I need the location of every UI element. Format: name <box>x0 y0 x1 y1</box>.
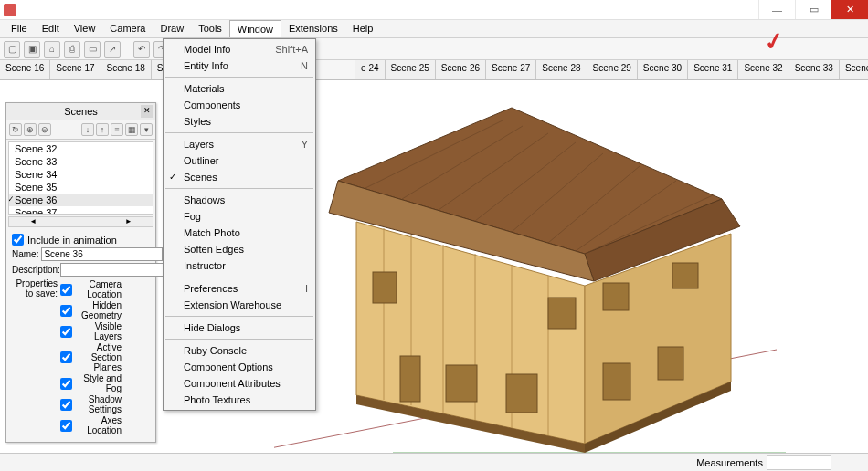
scene-tab[interactable]: Scene 34 <box>840 60 868 79</box>
tool-folder-icon[interactable]: ▭ <box>84 41 101 58</box>
menu-item-outliner[interactable]: Outliner <box>164 152 315 169</box>
tool-home-icon[interactable]: ⌂ <box>44 41 60 58</box>
scene-list-item[interactable]: Scene 33 <box>9 155 153 168</box>
measurements-label: Measurements <box>696 457 763 468</box>
scene-list-item[interactable]: Scene 32 <box>9 142 153 155</box>
maximize-button[interactable]: ▭ <box>795 0 831 19</box>
menu-item-entity-info[interactable]: Entity InfoN <box>164 58 315 74</box>
menu-item-scenes[interactable]: Scenes <box>164 169 315 185</box>
menu-help[interactable]: Help <box>345 20 381 37</box>
house-model[interactable] <box>274 71 786 464</box>
property-checkbox[interactable]: Visible Layers <box>60 321 150 341</box>
scene-tab[interactable]: Scene 18 <box>101 60 152 79</box>
menu-separator <box>165 316 313 317</box>
menu-separator <box>165 339 313 340</box>
property-checkbox[interactable]: Hidden Geometry <box>60 300 150 320</box>
close-button[interactable]: ✕ <box>831 0 868 19</box>
name-label: Name: <box>12 249 38 259</box>
menu-item-match-photo[interactable]: Match Photo <box>164 225 315 241</box>
menu-item-component-options[interactable]: Component Options <box>164 359 315 375</box>
svg-rect-27 <box>672 263 698 288</box>
add-scene-icon[interactable]: ⊕ <box>24 123 37 136</box>
tool-print-icon[interactable]: ⎙ <box>64 41 80 58</box>
svg-rect-22 <box>400 356 420 402</box>
menu-separator <box>165 188 313 189</box>
menu-edit[interactable]: Edit <box>35 20 67 37</box>
menu-item-materials[interactable]: Materials <box>164 80 315 97</box>
scene-list-item[interactable]: Scene 34 <box>9 168 153 181</box>
svg-rect-25 <box>548 298 576 329</box>
scene-list-scrollbar[interactable]: ◄► <box>8 216 153 227</box>
details-icon[interactable]: ▾ <box>140 123 153 136</box>
svg-rect-28 <box>603 363 630 400</box>
remove-scene-icon[interactable]: ⊖ <box>38 123 51 136</box>
scene-tab[interactable]: Scene 17 <box>50 60 101 79</box>
scene-list[interactable]: Scene 32Scene 33Scene 34Scene 35Scene 36… <box>8 141 153 215</box>
menu-item-model-info[interactable]: Model InfoShift+A <box>164 41 315 58</box>
menu-item-hide-dialogs[interactable]: Hide Dialogs <box>164 319 315 336</box>
move-down-icon[interactable]: ↑ <box>96 123 109 136</box>
svg-rect-23 <box>446 365 477 402</box>
menu-item-preferences[interactable]: PreferencesI <box>164 280 315 297</box>
menu-item-ruby-console[interactable]: Ruby Console <box>164 342 315 359</box>
menu-file[interactable]: File <box>4 20 35 37</box>
tool-export-icon[interactable]: ↗ <box>104 41 121 58</box>
minimize-button[interactable]: — <box>758 0 795 19</box>
property-checkbox[interactable]: Active Section Planes <box>60 342 150 372</box>
menu-window[interactable]: Window <box>229 20 281 37</box>
menu-item-components[interactable]: Components <box>164 97 315 113</box>
view-grid-icon[interactable]: ▦ <box>125 123 138 136</box>
menu-item-shadows[interactable]: Shadows <box>164 192 315 208</box>
menu-camera[interactable]: Camera <box>102 20 153 37</box>
menu-item-fog[interactable]: Fog <box>164 208 315 225</box>
panel-title-text: Scenes <box>64 106 98 117</box>
panel-toolbar: ↻ ⊕ ⊖ ↓ ↑ ≡ ▦ ▾ <box>6 120 155 140</box>
menu-separator <box>165 277 313 277</box>
toolbar: ▢ ▣ ⌂ ⎙ ▭ ↗ ↶ ↷ ◎ ◉ <box>0 38 868 60</box>
property-checkbox[interactable]: Camera Location <box>60 279 150 299</box>
tool-cube-icon[interactable]: ▣ <box>24 41 40 58</box>
menu-extensions[interactable]: Extensions <box>281 20 345 37</box>
panel-close-button[interactable]: ✕ <box>141 105 153 118</box>
menu-item-instructor[interactable]: Instructor <box>164 257 315 274</box>
panel-title: Scenes ✕ <box>6 103 155 120</box>
property-checkbox[interactable]: Style and Fog <box>60 373 150 393</box>
menu-item-styles[interactable]: Styles <box>164 113 315 130</box>
measurements-input[interactable] <box>767 455 831 470</box>
menu-item-layers[interactable]: LayersY <box>164 136 315 152</box>
property-checkbox[interactable]: Axes Location <box>60 415 150 435</box>
scenes-panel[interactable]: Scenes ✕ ↻ ⊕ ⊖ ↓ ↑ ≡ ▦ ▾ Scene 32Scene 3… <box>5 102 156 443</box>
titlebar: — ▭ ✕ <box>0 0 868 20</box>
svg-rect-21 <box>373 272 397 303</box>
scene-tab[interactable]: Scene 16 <box>0 60 50 79</box>
menu-item-component-attributes[interactable]: Component Attributes <box>164 375 315 392</box>
properties-label: Properties to save: <box>12 278 58 298</box>
window-menu-dropdown[interactable]: Model InfoShift+AEntity InfoNMaterialsCo… <box>163 38 316 411</box>
scene-list-item[interactable]: Scene 35 <box>9 181 153 194</box>
view-list-icon[interactable]: ≡ <box>111 123 123 136</box>
include-animation-checkbox[interactable]: Include in animation <box>12 234 150 246</box>
tool-new-icon[interactable]: ▢ <box>4 41 20 58</box>
svg-rect-26 <box>603 283 629 310</box>
menu-separator <box>165 132 313 133</box>
menubar: FileEditViewCameraDrawToolsWindowExtensi… <box>0 20 868 38</box>
scene-tab[interactable]: Scene 33 <box>789 60 840 79</box>
refresh-icon[interactable]: ↻ <box>9 123 22 136</box>
menu-item-extension-warehouse[interactable]: Extension Warehouse <box>164 297 315 313</box>
app-icon <box>4 4 16 16</box>
menu-draw[interactable]: Draw <box>153 20 191 37</box>
move-up-icon[interactable]: ↓ <box>81 123 94 136</box>
menu-item-photo-textures[interactable]: Photo Textures <box>164 392 315 408</box>
scene-list-item[interactable]: Scene 36 <box>9 194 153 206</box>
menu-separator <box>165 77 313 78</box>
svg-rect-24 <box>506 374 537 413</box>
menu-tools[interactable]: Tools <box>191 20 229 37</box>
menu-item-soften-edges[interactable]: Soften Edges <box>164 241 315 257</box>
undo-icon[interactable]: ↶ <box>133 41 150 58</box>
statusbar: Measurements <box>0 453 868 471</box>
scene-name-input[interactable] <box>41 247 163 261</box>
scene-list-item[interactable]: Scene 37 <box>9 206 153 215</box>
menu-view[interactable]: View <box>67 20 103 37</box>
window-controls: — ▭ ✕ <box>758 0 868 19</box>
property-checkbox[interactable]: Shadow Settings <box>60 394 150 414</box>
